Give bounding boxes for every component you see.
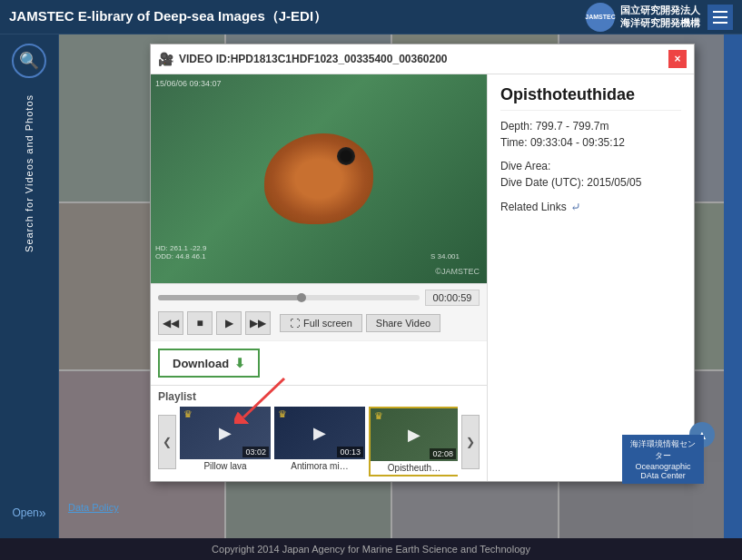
thumb-duration: 02:08	[430, 448, 456, 459]
right-sidebar	[724, 34, 742, 538]
video-watermark: ©JAMSTEC	[435, 267, 480, 276]
dive-area-row: Dive Area:	[500, 160, 681, 172]
svg-line-1	[243, 378, 284, 418]
close-modal-button[interactable]: ×	[668, 50, 687, 68]
crown-icon: ♛	[374, 410, 383, 422]
stop-button[interactable]: ■	[187, 311, 213, 335]
time-row: Time: 09:33:04 - 09:35:12	[500, 136, 681, 149]
share-video-button[interactable]: Share Video	[366, 314, 440, 332]
download-arrow-indicator	[234, 374, 289, 427]
time-display: 00:00:59	[425, 290, 480, 306]
playlist-next-button[interactable]: ❯	[461, 415, 480, 469]
spacer	[500, 192, 681, 200]
thumb-duration: 00:13	[337, 447, 363, 457]
playlist-items: ♛ ▶ 03:02 Pillow lava ♛	[180, 407, 458, 476]
video-id-label: VIDEO ID:HPD1813C1HDF1023_00335400_00360…	[179, 53, 448, 65]
left-sidebar: 🔍 Search for Videos and Photos Open »	[0, 34, 59, 538]
thumb-duration: 03:02	[242, 447, 269, 457]
creature-body	[264, 133, 373, 224]
download-section: Download ⬇	[151, 340, 487, 385]
creature-visual	[264, 133, 373, 224]
modal-body: 15/06/06 09:34:07 HD: 261.1 -22.9 ODD: 4…	[151, 74, 694, 481]
modal-title-left: 🎥 VIDEO ID:HPD1813C1HDF1023_00335400_003…	[158, 52, 448, 66]
data-policy-link[interactable]: Data Policy	[68, 502, 119, 513]
creature-eye	[337, 147, 355, 165]
logo-text: 国立研究開発法人 海洋研究開発機構	[620, 5, 700, 28]
playlist-label: Playlist	[158, 390, 480, 403]
species-title: Opisthoteuthidae	[500, 85, 681, 111]
playlist-prev-button[interactable]: ❮	[158, 415, 176, 469]
play-icon: ▶	[408, 425, 420, 445]
playlist-item-active[interactable]: ♛ ▶ 02:08 Opistheuth…	[369, 407, 458, 476]
progress-fill	[158, 295, 302, 300]
depth-row: Depth: 799.7 - 799.7m	[500, 120, 681, 133]
playlist-thumb: ♛ ▶ 02:08	[371, 408, 458, 461]
crown-icon: ♛	[183, 408, 193, 420]
control-buttons: ◀◀ ■ ▶ ▶▶ ⛶ Full screen Share Video	[158, 311, 480, 335]
menu-line-icon	[713, 22, 727, 24]
video-hud-bottom: HD: 261.1 -22.9 ODD: 44.8 46.1	[155, 244, 206, 260]
play-icon: ▶	[313, 423, 326, 443]
modal-title-bar: 🎥 VIDEO ID:HPD1813C1HDF1023_00335400_003…	[151, 44, 694, 74]
content-area: 🎥 VIDEO ID:HPD1813C1HDF1023_00335400_003…	[59, 34, 724, 538]
playlist-item-name: Pillow lava	[180, 459, 271, 473]
menu-line-icon	[713, 11, 727, 13]
jamstec-logo: JAMSTEC 国立研究開発法人 海洋研究開発機構	[586, 3, 700, 32]
play-icon: ▶	[219, 423, 232, 443]
video-modal: 🎥 VIDEO ID:HPD1813C1HDF1023_00335400_003…	[150, 44, 695, 482]
header: JAMSTEC E-library of Deep-sea Images（J-E…	[0, 0, 742, 34]
related-links-row[interactable]: Related Links ⤶	[500, 200, 681, 214]
main-layout: 🔍 Search for Videos and Photos Open »	[0, 34, 742, 538]
header-right: JAMSTEC 国立研究開発法人 海洋研究開発機構	[586, 3, 733, 32]
spacer	[500, 152, 681, 160]
video-hud-topleft: 15/06/06 09:34:07	[155, 79, 222, 88]
app-title: JAMSTEC E-library of Deep-sea Images（J-E…	[9, 8, 327, 25]
video-hud-coords: S 34.001	[430, 252, 460, 260]
logo-circle-icon: JAMSTEC	[586, 3, 615, 32]
progress-thumb[interactable]	[297, 293, 306, 302]
playlist-section: Playlist ❮ ♛ ▶ 03:02	[151, 385, 487, 481]
copyright-text: Copyright 2014 Japan Agency for Marine E…	[212, 544, 530, 555]
progress-bar[interactable]	[158, 295, 420, 300]
playlist-item-name: Opistheuth…	[371, 461, 458, 475]
chevron-down-icon: ⤶	[570, 200, 581, 214]
download-icon: ⬇	[234, 356, 245, 370]
play-button[interactable]: ▶	[216, 311, 242, 335]
rewind-button[interactable]: ◀◀	[158, 311, 183, 335]
fullscreen-button[interactable]: ⛶ Full screen	[280, 314, 362, 332]
sidebar-search-label: Search for Videos and Photos	[24, 94, 35, 252]
progress-bar-container: 00:00:59	[158, 290, 480, 306]
menu-line-icon	[713, 16, 727, 18]
info-panel: Opisthoteuthidae Depth: 799.7 - 799.7m T…	[487, 74, 694, 481]
playlist-item-name: Antimora mi…	[274, 459, 365, 473]
oceanographic-badge: 海洋環境情報センター Oceanographic DAta Center	[622, 435, 704, 484]
footer: Copyright 2014 Japan Agency for Marine E…	[0, 538, 742, 560]
video-screen: 15/06/06 09:34:07 HD: 261.1 -22.9 ODD: 4…	[151, 74, 487, 283]
video-controls: 00:00:59 ◀◀ ■ ▶ ▶▶ ⛶ Full screen Share V…	[151, 283, 487, 340]
video-section: 15/06/06 09:34:07 HD: 261.1 -22.9 ODD: 4…	[151, 74, 487, 481]
menu-button[interactable]	[707, 5, 733, 30]
video-camera-icon: 🎥	[158, 52, 173, 66]
playlist-scroll-container: ❮ ♛ ▶ 03:02 Pillow lava	[158, 407, 480, 476]
search-icon[interactable]: 🔍	[12, 44, 46, 78]
dive-date-row: Dive Date (UTC): 2015/05/05	[500, 176, 681, 189]
open-button[interactable]: Open »	[12, 506, 45, 520]
step-forward-button[interactable]: ▶▶	[245, 311, 271, 335]
